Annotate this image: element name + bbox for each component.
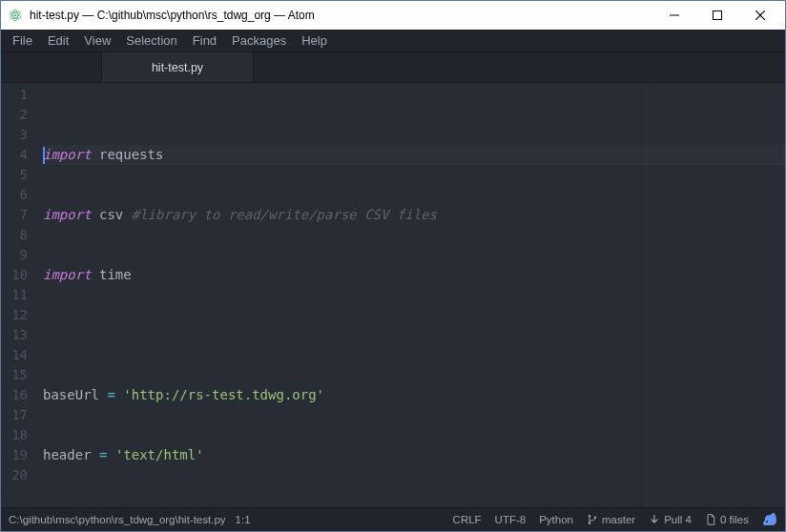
svg-point-0 <box>14 14 17 17</box>
line-number: 19 <box>1 445 28 465</box>
status-line-ending[interactable]: CRLF <box>453 514 482 525</box>
menu-find[interactable]: Find <box>185 30 224 52</box>
line-number: 12 <box>1 305 28 325</box>
code-line: import csv #library to read/write/parse … <box>43 205 785 225</box>
git-branch-label: master <box>602 514 635 525</box>
file-icon <box>705 514 716 525</box>
menu-edit[interactable]: Edit <box>40 30 76 52</box>
line-number: 2 <box>1 105 28 125</box>
line-number: 7 <box>1 205 28 225</box>
menu-selection[interactable]: Selection <box>118 30 184 52</box>
status-encoding[interactable]: UTF-8 <box>495 514 527 525</box>
git-files-label: 0 files <box>720 514 749 525</box>
tab-bar: hit-test.py <box>1 52 785 83</box>
wrap-guide <box>646 83 647 507</box>
code-line: outObject = open('output-hit.txt','wt') <box>43 505 785 507</box>
line-number: 20 <box>1 465 28 485</box>
line-number: 16 <box>1 385 28 405</box>
line-number: 18 <box>1 425 28 445</box>
status-git-branch[interactable]: master <box>587 514 635 525</box>
line-number: 13 <box>1 325 28 345</box>
status-file-path[interactable]: C:\github\msc\python\rs_tdwg_org\hit-tes… <box>9 514 226 525</box>
git-branch-icon <box>587 514 598 525</box>
line-number: 5 <box>1 165 28 185</box>
status-bar: C:\github\msc\python\rs_tdwg_org\hit-tes… <box>1 507 785 531</box>
line-number: 14 <box>1 345 28 365</box>
close-button[interactable] <box>738 1 781 30</box>
window-title: hit-test.py — C:\github\msc\python\rs_td… <box>30 9 652 22</box>
tab-spacer <box>1 52 101 82</box>
status-git-files[interactable]: 0 files <box>705 514 749 525</box>
code-line <box>43 325 785 345</box>
git-pull-label: Pull 4 <box>664 514 692 525</box>
release-notes-icon[interactable] <box>762 512 777 527</box>
menu-packages[interactable]: Packages <box>224 30 294 52</box>
line-number: 9 <box>1 245 28 265</box>
code-line: import time <box>43 265 785 285</box>
line-number: 4 <box>1 145 28 165</box>
line-number: 6 <box>1 185 28 205</box>
line-number: 15 <box>1 365 28 385</box>
window-controls <box>652 1 781 30</box>
code-area[interactable]: import requests import csv #library to r… <box>35 83 785 507</box>
gutter: 1 2 3 4 5 6 7 8 9 10 11 12 13 14 15 16 1… <box>1 83 35 507</box>
line-number: 3 <box>1 125 28 145</box>
menu-view[interactable]: View <box>76 30 118 52</box>
line-number: 1 <box>1 85 28 105</box>
line-number: 8 <box>1 225 28 245</box>
minimize-button[interactable] <box>652 1 695 30</box>
code-line: header = 'text/html' <box>43 445 785 465</box>
code-line: baseUrl = 'http://rs-test.tdwg.org' <box>43 385 785 405</box>
status-cursor-position[interactable]: 1:1 <box>236 514 251 525</box>
status-grammar[interactable]: Python <box>539 514 573 525</box>
line-number: 10 <box>1 265 28 285</box>
svg-rect-5 <box>713 11 721 20</box>
line-number: 17 <box>1 405 28 425</box>
tab-active[interactable]: hit-test.py <box>101 52 254 82</box>
menu-bar: File Edit View Selection Find Packages H… <box>1 30 785 52</box>
code-line: import requests <box>43 145 785 165</box>
menu-help[interactable]: Help <box>294 30 335 52</box>
arrow-down-icon <box>649 514 660 525</box>
status-git-pull[interactable]: Pull 4 <box>649 514 692 525</box>
window-titlebar: hit-test.py — C:\github\msc\python\rs_td… <box>1 1 785 30</box>
maximize-button[interactable] <box>695 1 738 30</box>
atom-app-icon <box>7 7 24 24</box>
line-number: 11 <box>1 285 28 305</box>
menu-file[interactable]: File <box>5 30 40 52</box>
text-editor[interactable]: 1 2 3 4 5 6 7 8 9 10 11 12 13 14 15 16 1… <box>1 83 785 507</box>
